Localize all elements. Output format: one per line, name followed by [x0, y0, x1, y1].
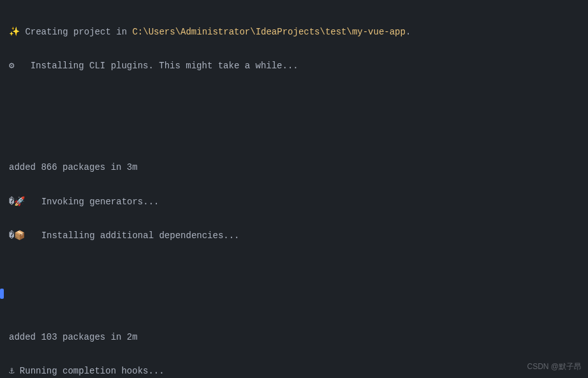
output-line: �📦 Installing additional dependencies...: [9, 227, 579, 245]
blank-line: [9, 261, 579, 278]
blank-line: [9, 295, 579, 312]
text: Creating project in: [20, 27, 132, 37]
output-line: ✨ Creating project in C:\Users\Administr…: [9, 24, 579, 41]
text: Invoking generators...: [25, 197, 159, 207]
text: added 103 packages in 2m: [9, 332, 138, 342]
text: .: [406, 27, 411, 37]
blank-line: [9, 91, 579, 109]
rocket-icon: �🚀: [9, 197, 25, 207]
project-path: C:\Users\Administrator\IdeaProjects\test…: [132, 27, 405, 37]
terminal-output: ✨ Creating project in C:\Users\Administr…: [9, 6, 579, 378]
output-line: �🚀 Invoking generators...: [9, 193, 579, 211]
sparkles-icon: ✨: [9, 27, 20, 37]
cursor-marker: [0, 289, 4, 299]
package-icon: �📦: [9, 231, 25, 241]
text: Installing additional dependencies...: [25, 231, 239, 241]
output-line: added 103 packages in 2m: [9, 329, 579, 346]
blank-line: [9, 125, 579, 142]
output-line: added 866 packages in 3m: [9, 159, 579, 176]
output-line: ⚙ Installing CLI plugins. This might tak…: [9, 57, 579, 75]
watermark: CSDN @默子昂: [527, 359, 582, 374]
text: Running completion hooks...: [14, 366, 164, 376]
text: added 866 packages in 3m: [9, 162, 138, 172]
text: Installing CLI plugins. This might take …: [14, 61, 298, 71]
output-line: ⚓ Running completion hooks...: [9, 363, 579, 378]
